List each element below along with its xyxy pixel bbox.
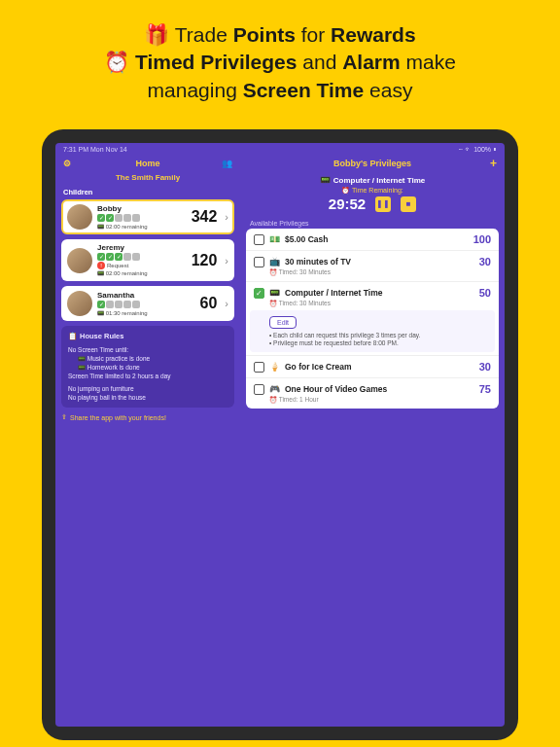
tablet-frame: 7:31 PM Mon Nov 14 ⋯ ᯤ 100% ▮ ⚙ Home 👥 T… <box>42 129 518 740</box>
privilege-list: 💵 $5.00 Cash 100 📺 30 minutes of TV 30 ⏰… <box>246 229 499 409</box>
child-card-bobby[interactable]: Bobby ✓✓ 📟 02:00 remaining 342 › <box>61 199 234 234</box>
privilege-meta: ⏰ Timed: 30 Minutes <box>269 300 491 307</box>
privilege-cost: 30 <box>479 361 491 373</box>
statusbar: 7:31 PM Mon Nov 14 ⋯ ᯤ 100% ▮ <box>55 143 505 154</box>
privilege-details: Edit • Each child can request this privi… <box>250 310 495 352</box>
share-link[interactable]: ⇪Share the app with your friends! <box>61 413 234 421</box>
privilege-meta: ⏰ Timed: 30 Minutes <box>269 268 491 276</box>
add-button[interactable]: + <box>490 157 497 170</box>
edit-button[interactable]: Edit <box>269 316 297 329</box>
privilege-cost: 100 <box>473 233 491 245</box>
gamepad-icon: 🎮 <box>269 384 280 394</box>
child-name: Jeremy <box>97 244 187 252</box>
checkbox[interactable] <box>254 362 264 373</box>
avatar <box>67 248 92 273</box>
badges: ✓✓ <box>97 214 187 222</box>
computer-icon: 📟 <box>269 288 280 298</box>
chevron-right-icon: › <box>225 255 228 267</box>
status-right: ⋯ ᯤ 100% ▮ <box>459 146 497 153</box>
child-card-samantha[interactable]: Samantha ✓ 📟 01:30 remaining 60 › <box>61 286 234 321</box>
privilege-item[interactable]: 🎮 One Hour of Video Games 75 ⏰ Timed: 1 … <box>246 378 499 409</box>
privilege-item[interactable]: 💵 $5.00 Cash 100 <box>246 229 499 251</box>
child-name: Samantha <box>97 292 195 300</box>
child-name: Bobby <box>97 205 187 213</box>
child-card-jeremy[interactable]: Jeremy ✓✓✓ !Request 📟 02:00 remaining 12… <box>61 239 234 281</box>
time-remaining-label: ⏰ Time Remaining: <box>246 187 499 195</box>
points-value: 120 <box>192 252 218 269</box>
checkbox[interactable] <box>254 234 264 245</box>
nav-title-privileges: Bobby's Privileges <box>333 159 411 168</box>
avatar <box>67 291 92 316</box>
request-badge: !Request <box>97 262 187 269</box>
privilege-title: $5.00 Cash <box>285 234 469 244</box>
promo-text: 🎁 Trade Points for Rewards ⏰ Timed Privi… <box>0 0 560 122</box>
family-name: The Smith Family <box>61 173 234 182</box>
checkbox[interactable] <box>254 257 264 267</box>
points-value: 342 <box>192 208 218 226</box>
gear-icon[interactable]: ⚙ <box>63 159 71 168</box>
remaining: 📟 02:00 remaining <box>97 269 187 276</box>
checkbox-checked[interactable]: ✓ <box>254 288 264 299</box>
privilege-title: Computer / Internet Time <box>285 288 474 298</box>
share-icon: ⇪ <box>61 413 67 421</box>
nav-title-home: Home <box>135 159 159 168</box>
badges: ✓ <box>97 301 195 308</box>
privilege-item-expanded[interactable]: ✓ 📟 Computer / Internet Time 50 ⏰ Timed:… <box>246 282 499 356</box>
chevron-right-icon: › <box>225 298 228 309</box>
privilege-title: One Hour of Video Games <box>285 384 474 394</box>
computer-icon: 📟 <box>320 175 331 185</box>
gift-icon: 🍦 <box>269 362 280 372</box>
detail-pane: Bobby's Privileges + 📟Computer / Interne… <box>240 154 505 726</box>
pause-button[interactable]: ❚❚ <box>375 196 391 212</box>
privilege-item[interactable]: 🍦 Go for Ice Cream 30 <box>246 356 499 378</box>
points-value: 60 <box>200 295 218 312</box>
checkbox[interactable] <box>254 384 264 395</box>
people-icon[interactable]: 👥 <box>222 159 232 168</box>
badges: ✓✓✓ <box>97 253 187 261</box>
chevron-right-icon: › <box>225 211 228 223</box>
privilege-cost: 75 <box>479 383 491 395</box>
stop-button[interactable]: ■ <box>401 196 416 212</box>
house-rules-card: 📋House Rules No Screen Time until: 📟 Mus… <box>61 326 234 408</box>
status-time: 7:31 PM Mon Nov 14 <box>63 146 127 153</box>
privilege-meta: ⏰ Timed: 1 Hour <box>269 396 491 404</box>
privilege-item[interactable]: 📺 30 minutes of TV 30 ⏰ Timed: 30 Minute… <box>246 251 499 282</box>
privilege-title: Go for Ice Cream <box>285 362 474 372</box>
remaining: 📟 02:00 remaining <box>97 223 187 230</box>
timer-header: 📟Computer / Internet Time ⏰ Time Remaini… <box>246 173 499 216</box>
privilege-cost: 30 <box>479 256 491 267</box>
tv-icon: 📺 <box>269 257 280 267</box>
children-section-label: Children <box>63 188 232 196</box>
cash-icon: 💵 <box>269 234 280 244</box>
privilege-cost: 50 <box>479 287 491 299</box>
avatar <box>67 204 92 230</box>
timer-value: 29:52 <box>329 196 366 212</box>
privilege-title: 30 minutes of TV <box>285 257 474 267</box>
master-pane: ⚙ Home 👥 The Smith Family Children Bobby… <box>55 154 240 726</box>
app-screen: 7:31 PM Mon Nov 14 ⋯ ᯤ 100% ▮ ⚙ Home 👥 T… <box>55 143 505 727</box>
rules-icon: 📋 <box>68 332 77 342</box>
available-privileges-label: Available Privileges <box>250 220 495 227</box>
remaining: 📟 01:30 remaining <box>97 309 195 316</box>
